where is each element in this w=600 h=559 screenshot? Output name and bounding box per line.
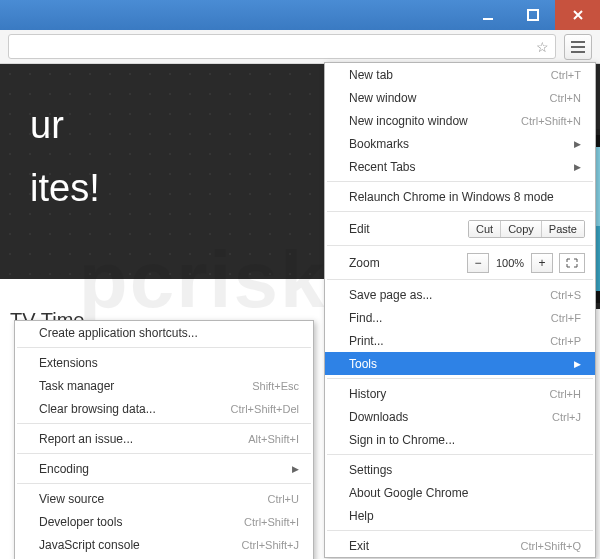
menu-new-incognito[interactable]: New incognito windowCtrl+Shift+N — [325, 109, 595, 132]
chrome-main-menu: New tabCtrl+T New windowCtrl+N New incog… — [324, 62, 596, 558]
menu-label: Zoom — [349, 256, 461, 270]
cut-button[interactable]: Cut — [469, 221, 500, 237]
menu-save-page[interactable]: Save page as...Ctrl+S — [325, 283, 595, 306]
menu-label: Exit — [349, 539, 520, 553]
menu-shortcut: Ctrl+N — [550, 92, 581, 104]
menu-new-window[interactable]: New windowCtrl+N — [325, 86, 595, 109]
window-titlebar — [0, 0, 600, 30]
menu-separator — [17, 423, 311, 424]
menu-separator — [327, 530, 593, 531]
chrome-menu-button[interactable] — [564, 34, 592, 60]
menu-shortcut: Ctrl+S — [550, 289, 581, 301]
menu-label: New incognito window — [349, 114, 521, 128]
menu-shortcut: Ctrl+Shift+N — [521, 115, 581, 127]
copy-button[interactable]: Copy — [500, 221, 541, 237]
tools-submenu: Create application shortcuts... Extensio… — [14, 320, 314, 559]
menu-label: Extensions — [39, 356, 299, 370]
menu-dev-tools[interactable]: Developer toolsCtrl+Shift+I — [15, 510, 313, 533]
fullscreen-button[interactable] — [559, 253, 585, 273]
menu-label: Help — [349, 509, 581, 523]
menu-label: Relaunch Chrome in Windows 8 mode — [349, 190, 581, 204]
menu-label: View source — [39, 492, 268, 506]
menu-shortcut: Ctrl+Shift+Del — [231, 403, 299, 415]
menu-view-source[interactable]: View sourceCtrl+U — [15, 487, 313, 510]
menu-shortcut: Ctrl+H — [550, 388, 581, 400]
menu-shortcut: Ctrl+T — [551, 69, 581, 81]
menu-zoom-row: Zoom − 100% + — [325, 249, 595, 276]
menu-encoding[interactable]: Encoding▶ — [15, 457, 313, 480]
menu-label: Edit — [349, 222, 462, 236]
chevron-right-icon: ▶ — [574, 359, 581, 369]
menu-separator — [327, 378, 593, 379]
menu-separator — [327, 279, 593, 280]
menu-bookmarks[interactable]: Bookmarks▶ — [325, 132, 595, 155]
menu-find[interactable]: Find...Ctrl+F — [325, 306, 595, 329]
menu-print[interactable]: Print...Ctrl+P — [325, 329, 595, 352]
menu-shortcut: Ctrl+P — [550, 335, 581, 347]
menu-label: Find... — [349, 311, 551, 325]
edit-button-group: Cut Copy Paste — [468, 220, 585, 238]
menu-label: About Google Chrome — [349, 486, 581, 500]
menu-exit[interactable]: ExitCtrl+Shift+Q — [325, 534, 595, 557]
chevron-right-icon: ▶ — [292, 464, 299, 474]
svg-rect-1 — [528, 10, 538, 20]
menu-clear-data[interactable]: Clear browsing data...Ctrl+Shift+Del — [15, 397, 313, 420]
menu-label: Save page as... — [349, 288, 550, 302]
menu-shortcut: Ctrl+Shift+J — [242, 539, 299, 551]
menu-task-manager[interactable]: Task managerShift+Esc — [15, 374, 313, 397]
menu-label: Clear browsing data... — [39, 402, 231, 416]
zoom-in-button[interactable]: + — [531, 253, 553, 273]
svg-rect-0 — [483, 18, 493, 20]
menu-label: Create application shortcuts... — [39, 326, 299, 340]
menu-tools[interactable]: Tools▶ — [325, 352, 595, 375]
menu-label: Downloads — [349, 410, 552, 424]
menu-label: New tab — [349, 68, 551, 82]
browser-toolbar: ☆ — [0, 30, 600, 64]
minimize-button[interactable] — [465, 0, 510, 30]
menu-separator — [327, 211, 593, 212]
menu-shortcut: Alt+Shift+I — [248, 433, 299, 445]
menu-edit-row: Edit Cut Copy Paste — [325, 215, 595, 242]
menu-separator — [17, 483, 311, 484]
menu-history[interactable]: HistoryCtrl+H — [325, 382, 595, 405]
menu-shortcut: Ctrl+F — [551, 312, 581, 324]
menu-recent-tabs[interactable]: Recent Tabs▶ — [325, 155, 595, 178]
menu-separator — [327, 454, 593, 455]
menu-label: History — [349, 387, 550, 401]
menu-settings[interactable]: Settings — [325, 458, 595, 481]
menu-label: Tools — [349, 357, 574, 371]
address-bar[interactable]: ☆ — [8, 34, 556, 59]
menu-js-console[interactable]: JavaScript consoleCtrl+Shift+J — [15, 533, 313, 556]
menu-downloads[interactable]: DownloadsCtrl+J — [325, 405, 595, 428]
menu-separator — [327, 181, 593, 182]
menu-shortcut: Ctrl+Shift+I — [244, 516, 299, 528]
menu-shortcut: Shift+Esc — [252, 380, 299, 392]
menu-label: Report an issue... — [39, 432, 248, 446]
menu-shortcut: Ctrl+U — [268, 493, 299, 505]
chevron-right-icon: ▶ — [574, 139, 581, 149]
menu-label: New window — [349, 91, 550, 105]
maximize-button[interactable] — [510, 0, 555, 30]
menu-label: Task manager — [39, 379, 252, 393]
chevron-right-icon: ▶ — [574, 162, 581, 172]
menu-relaunch-win8[interactable]: Relaunch Chrome in Windows 8 mode — [325, 185, 595, 208]
menu-label: Settings — [349, 463, 581, 477]
menu-shortcut: Ctrl+J — [552, 411, 581, 423]
menu-about[interactable]: About Google Chrome — [325, 481, 595, 504]
menu-separator — [17, 453, 311, 454]
menu-signin[interactable]: Sign in to Chrome... — [325, 428, 595, 451]
menu-report-issue[interactable]: Report an issue...Alt+Shift+I — [15, 427, 313, 450]
paste-button[interactable]: Paste — [541, 221, 584, 237]
menu-label: JavaScript console — [39, 538, 242, 552]
close-button[interactable] — [555, 0, 600, 30]
menu-label: Recent Tabs — [349, 160, 574, 174]
zoom-value: 100% — [489, 257, 531, 269]
menu-separator — [17, 347, 311, 348]
menu-create-shortcuts[interactable]: Create application shortcuts... — [15, 321, 313, 344]
menu-new-tab[interactable]: New tabCtrl+T — [325, 63, 595, 86]
bookmark-star-icon[interactable]: ☆ — [536, 39, 549, 55]
menu-extensions[interactable]: Extensions — [15, 351, 313, 374]
menu-label: Sign in to Chrome... — [349, 433, 581, 447]
zoom-out-button[interactable]: − — [467, 253, 489, 273]
menu-help[interactable]: Help — [325, 504, 595, 527]
